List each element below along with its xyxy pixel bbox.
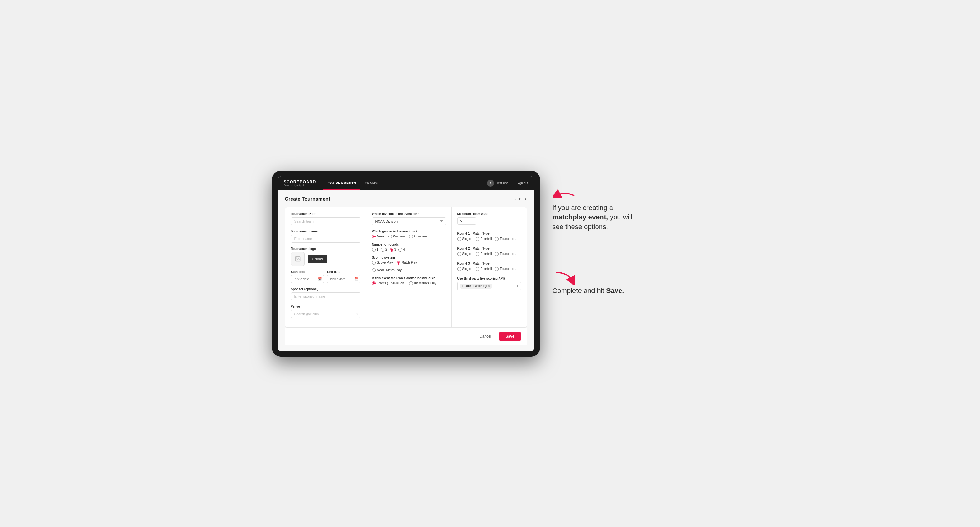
scoring-stroke[interactable]: Stroke Play <box>372 261 393 265</box>
nav-right: T Test User | Sign out <box>487 180 528 187</box>
form-footer: Cancel Save <box>285 327 527 345</box>
save-button[interactable]: Save <box>499 332 520 341</box>
round-2[interactable]: 2 <box>381 248 387 251</box>
gender-radio-group: Mens Womens Combined <box>372 235 446 238</box>
teams-radio-group: Teams (+Individuals) Individuals Only <box>372 281 446 285</box>
api-select-wrap[interactable]: Leaderboard King × ▾ <box>457 282 521 290</box>
api-tag-close-icon[interactable]: × <box>488 284 490 288</box>
cancel-button[interactable]: Cancel <box>474 332 496 341</box>
round-3[interactable]: 3 <box>390 248 396 251</box>
avatar: T <box>487 180 494 187</box>
tournament-host-group: Tournament Host <box>291 212 360 225</box>
gender-womens[interactable]: Womens <box>388 235 405 238</box>
annotation-top: If you are creating a matchplay event, y… <box>552 189 633 232</box>
round1-foursomes[interactable]: Foursomes <box>495 237 515 241</box>
tablet-device: SCOREBOARD Powered by clippit TOURNAMENT… <box>272 171 540 357</box>
round1-match-type: Singles Fourball Foursomes <box>457 237 521 241</box>
divider-1 <box>457 229 521 229</box>
sponsor-group: Sponsor (optional) <box>291 287 360 300</box>
sponsor-input[interactable] <box>291 292 360 300</box>
tournament-name-group: Tournament name <box>291 230 360 243</box>
round2-match-type: Singles Fourball Foursomes <box>457 252 521 256</box>
api-label: Use third-party live scoring API? <box>457 277 521 280</box>
scoring-radio-group: Stroke Play Match Play Medal Match Play <box>372 261 446 272</box>
end-date-group: End date 📅 <box>327 270 360 283</box>
tournament-host-input[interactable] <box>291 217 360 225</box>
tournament-name-label: Tournament name <box>291 230 360 233</box>
tab-tournaments[interactable]: TOURNAMENTS <box>323 176 360 190</box>
gender-combined[interactable]: Combined <box>409 235 428 238</box>
api-tag: Leaderboard King × <box>460 284 492 289</box>
venue-group: Venue ▾ <box>291 305 360 318</box>
gender-mens[interactable]: Mens <box>372 235 385 238</box>
svg-point-1 <box>296 257 297 258</box>
sponsor-label: Sponsor (optional) <box>291 287 360 291</box>
tab-teams[interactable]: TEAMS <box>360 176 382 190</box>
round1-section: Round 1 - Match Type Singles Fourball Fo… <box>457 232 521 241</box>
max-team-size-input[interactable] <box>457 217 476 225</box>
division-select[interactable]: NCAA Division I <box>372 217 446 225</box>
max-team-size-group: Maximum Team Size <box>457 212 521 225</box>
arrow-top-icon <box>552 189 578 202</box>
annotations: If you are creating a matchplay event, y… <box>552 171 633 296</box>
venue-label: Venue <box>291 305 360 308</box>
round1-singles[interactable]: Singles <box>457 237 473 241</box>
tournament-name-input[interactable] <box>291 235 360 243</box>
round3-foursomes[interactable]: Foursomes <box>495 267 515 271</box>
rounds-radio-group: 1 2 3 4 <box>372 248 446 251</box>
scoring-label: Scoring system <box>372 256 446 259</box>
scoring-match[interactable]: Match Play <box>397 261 417 265</box>
date-grid: Start date 📅 End date <box>291 270 360 283</box>
tournament-host-label: Tournament Host <box>291 212 360 216</box>
tournament-logo-label: Tournament logo <box>291 247 360 251</box>
divider-3 <box>457 259 521 259</box>
round3-section: Round 3 - Match Type Singles Fourball Fo… <box>457 262 521 271</box>
division-group: Which division is the event for? NCAA Di… <box>372 212 446 225</box>
logo-upload-area: Upload <box>291 252 360 266</box>
venue-chevron-icon: ▾ <box>356 312 358 315</box>
dates-group: Start date 📅 End date <box>291 270 360 283</box>
teams-label: Is this event for Teams and/or Individua… <box>372 276 446 280</box>
venue-input[interactable] <box>291 310 360 318</box>
teams-plus-individuals[interactable]: Teams (+Individuals) <box>372 281 406 285</box>
page-title: Create Tournament <box>285 196 331 202</box>
navbar: SCOREBOARD Powered by clippit TOURNAMENT… <box>277 176 535 190</box>
round-1[interactable]: 1 <box>372 248 379 251</box>
max-team-size-label: Maximum Team Size <box>457 212 521 216</box>
round-4[interactable]: 4 <box>398 248 405 251</box>
brand: SCOREBOARD Powered by clippit <box>284 180 316 186</box>
round3-label: Round 3 - Match Type <box>457 262 521 265</box>
round1-fourball[interactable]: Fourball <box>476 237 492 241</box>
round1-label: Round 1 - Match Type <box>457 232 521 235</box>
rounds-label: Number of rounds <box>372 243 446 246</box>
form-col-2: Which division is the event for? NCAA Di… <box>366 207 452 327</box>
outer-wrapper: SCOREBOARD Powered by clippit TOURNAMENT… <box>272 171 708 357</box>
individuals-only[interactable]: Individuals Only <box>409 281 436 285</box>
api-tag-label: Leaderboard King <box>462 284 487 288</box>
signout-link[interactable]: Sign out <box>517 181 528 185</box>
round3-fourball[interactable]: Fourball <box>476 267 492 271</box>
division-label: Which division is the event for? <box>372 212 446 216</box>
annotation-top-text: If you are creating a matchplay event, y… <box>552 203 633 232</box>
round2-foursomes[interactable]: Foursomes <box>495 252 515 256</box>
end-date-wrap: 📅 <box>327 275 360 283</box>
page-content: Create Tournament ← Back Tournament Host… <box>277 190 535 351</box>
start-date-label: Start date <box>291 270 324 274</box>
upload-button[interactable]: Upload <box>308 255 328 263</box>
form-col-3: Maximum Team Size Round 1 - Match Type S… <box>452 207 527 327</box>
round2-singles[interactable]: Singles <box>457 252 473 256</box>
page-header: Create Tournament ← Back <box>285 196 527 202</box>
back-link[interactable]: ← Back <box>515 197 527 201</box>
round2-fourball[interactable]: Fourball <box>476 252 492 256</box>
gender-label: Which gender is the event for? <box>372 230 446 233</box>
round3-match-type: Singles Fourball Foursomes <box>457 267 521 271</box>
rounds-group: Number of rounds 1 2 3 <box>372 243 446 251</box>
end-date-label: End date <box>327 270 360 274</box>
api-group: Use third-party live scoring API? Leader… <box>457 277 521 290</box>
gender-group: Which gender is the event for? Mens Wome… <box>372 230 446 238</box>
scoring-medal[interactable]: Medal Match Play <box>372 268 402 272</box>
logo-placeholder <box>291 252 305 266</box>
form-col-1: Tournament Host Tournament name Tourname… <box>285 207 366 327</box>
round3-singles[interactable]: Singles <box>457 267 473 271</box>
scoring-group: Scoring system Stroke Play Match Play Me… <box>372 256 446 272</box>
